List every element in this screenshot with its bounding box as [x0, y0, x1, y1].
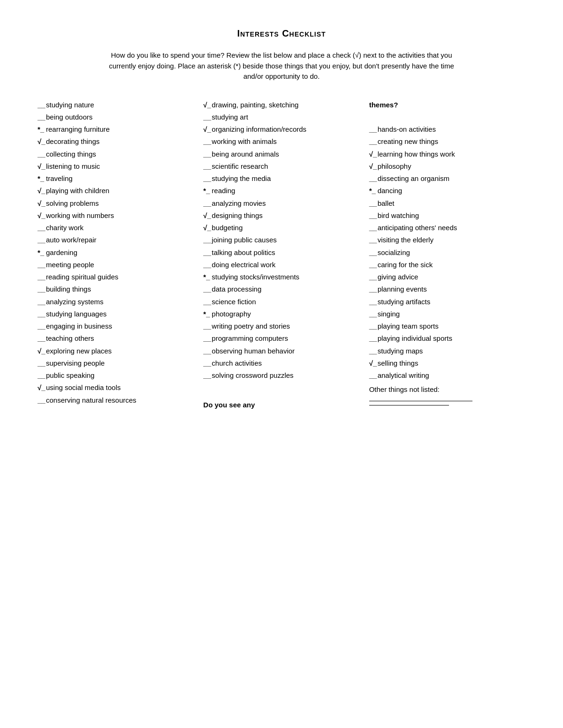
list-item: __being around animals [203, 148, 359, 160]
list-item: __auto work/repair [38, 234, 194, 246]
list-item: √_drawing, painting, sketching [203, 99, 359, 111]
list-item: Other things not listed: [369, 383, 525, 396]
list-item: __playing individual sports [369, 332, 525, 345]
list-item: __collecting things [38, 148, 194, 160]
list-item: √_learning how things work [369, 148, 525, 160]
list-item: __conserving natural resources [38, 394, 194, 406]
list-item: *_dancing [369, 185, 525, 197]
list-item: __bird watching [369, 210, 525, 222]
column-3: themes? __hands-on activities__creating … [365, 99, 525, 409]
list-item: __programming computers [203, 332, 359, 345]
list-item: *_gardening [38, 247, 194, 259]
column-1: __studying nature__being outdoors*_rearr… [38, 99, 198, 406]
list-item: __studying languages [38, 308, 194, 320]
list-item: __analyzing systems [38, 296, 194, 308]
list-item: √_using social media tools [38, 382, 194, 394]
list-item: √_exploring new places [38, 345, 194, 357]
list-item: __singing [369, 308, 525, 320]
column-2: √_drawing, painting, sketching__studying… [198, 99, 364, 411]
list-item: __science fiction [203, 296, 359, 308]
list-item: __giving advice [369, 271, 525, 283]
list-item: __anticipating others' needs [369, 222, 525, 234]
list-item: __studying maps [369, 345, 525, 357]
list-item: __talking about politics [203, 247, 359, 259]
checklist-columns: __studying nature__being outdoors*_rearr… [38, 99, 525, 411]
list-item: __planning events [369, 283, 525, 295]
list-item: __teaching others [38, 332, 194, 345]
list-item: __caring for the sick [369, 259, 525, 271]
list-item: *_traveling [38, 173, 194, 185]
list-item: *_photography [203, 308, 359, 320]
list-item: __playing team sports [369, 320, 525, 332]
list-item: √_working with numbers [38, 210, 194, 222]
list-item [369, 111, 525, 123]
list-item: *_reading [203, 185, 359, 197]
underline-1 [369, 401, 472, 401]
list-item: √_solving problems [38, 197, 194, 210]
list-item [203, 382, 359, 394]
list-item: __hands-on activities [369, 123, 525, 135]
list-item: √_organizing information/records [203, 123, 359, 135]
list-item: *_studying stocks/investments [203, 271, 359, 283]
list-item: __working with animals [203, 135, 359, 148]
list-item: __meeting people [38, 259, 194, 271]
list-item: √_listening to music [38, 160, 194, 173]
list-item: __supervising people [38, 357, 194, 369]
list-item: __public speaking [38, 369, 194, 382]
list-item: __studying artifacts [369, 296, 525, 308]
list-item: __solving crossword puzzles [203, 369, 359, 382]
list-item: √_philosophy [369, 160, 525, 173]
list-item: __ballet [369, 197, 525, 210]
list-item: __engaging in business [38, 320, 194, 332]
list-item: __studying art [203, 111, 359, 123]
list-item: __writing poetry and stories [203, 320, 359, 332]
list-item: __analyzing movies [203, 197, 359, 210]
list-item: √_budgeting [203, 222, 359, 234]
col3-header: themes? [369, 99, 525, 111]
underline-2 [369, 405, 449, 405]
list-item: __visiting the elderly [369, 234, 525, 246]
list-item: __socializing [369, 247, 525, 259]
list-item: √_selling things [369, 357, 525, 369]
list-item: √_playing with children [38, 185, 194, 197]
list-item: __creating new things [369, 135, 525, 148]
list-item: __observing human behavior [203, 345, 359, 357]
list-item: __charity work [38, 222, 194, 234]
list-item: __doing electrical work [203, 259, 359, 271]
list-item: √_decorating things [38, 135, 194, 148]
list-item: __analytical writing [369, 369, 525, 382]
list-item: *_rearranging furniture [38, 123, 194, 135]
list-item: Do you see any [203, 399, 359, 411]
list-item: __data processing [203, 283, 359, 295]
list-item: __scientific research [203, 160, 359, 173]
list-item: __reading spiritual guides [38, 271, 194, 283]
list-item: __studying the media [203, 173, 359, 185]
list-item: __being outdoors [38, 111, 194, 123]
page-title: Interests Checklist [38, 28, 525, 39]
list-item: __studying nature [38, 99, 194, 111]
list-item: √_designing things [203, 210, 359, 222]
list-item: __church activities [203, 357, 359, 369]
instructions: How do you like to spend your time? Revi… [99, 50, 464, 82]
list-item: __joining public causes [203, 234, 359, 246]
list-item: __building things [38, 283, 194, 295]
list-item: __dissecting an organism [369, 173, 525, 185]
